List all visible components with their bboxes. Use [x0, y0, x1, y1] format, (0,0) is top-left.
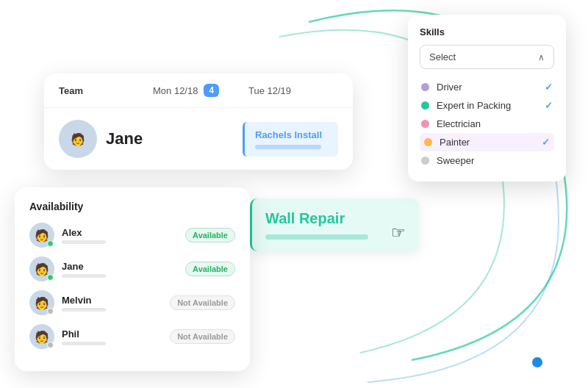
avatar-alex: 🧑: [29, 223, 54, 248]
avatar-jane-icon: 🧑: [71, 132, 85, 146]
skill-name-electrician: Electrician: [437, 118, 553, 129]
skill-dot-electrician: [421, 120, 429, 128]
status-dot-alex: [47, 240, 54, 247]
date2-column-header: Tue 12/19: [248, 85, 338, 96]
skills-select-label: Select: [429, 51, 456, 62]
skill-dot-driver: [421, 83, 429, 91]
skill-check-painter: ✓: [542, 137, 550, 148]
avail-name-alex: Alex: [62, 227, 178, 238]
skill-name-expert-packing: Expert in Packing: [437, 100, 537, 111]
availability-card: Availability 🧑 Alex Available 🧑 Jane Ava…: [15, 187, 250, 371]
blue-dot-decoration: [532, 357, 542, 367]
task-rachels-install: Rachels Install: [243, 122, 338, 157]
list-item: 🧑 Melvin Not Available: [29, 290, 235, 315]
wall-repair-card: Wall Repair ☞: [250, 198, 419, 251]
avail-bar-phil: [62, 342, 106, 345]
skill-name-driver: Driver: [437, 82, 537, 93]
person-name-jane: Jane: [106, 129, 143, 148]
availability-title: Availability: [29, 201, 235, 212]
list-item: 🧑 Alex Available: [29, 223, 235, 248]
skill-item-driver[interactable]: Driver ✓: [420, 78, 554, 96]
status-dot-jane: [47, 274, 54, 281]
skill-name-painter: Painter: [440, 137, 534, 148]
wall-repair-bar: [265, 234, 368, 240]
list-item: 🧑 Phil Not Available: [29, 324, 235, 349]
schedule-card: Team Mon 12/18 4 Tue 12/19 🧑 Jane Rachel…: [44, 73, 353, 170]
avail-bar-alex: [62, 240, 106, 244]
skills-card: Skills Select ∧ Driver ✓ Expert in Packi…: [408, 15, 566, 182]
status-dot-melvin: [47, 308, 54, 315]
status-badge-melvin: Not Available: [170, 295, 235, 310]
status-badge-phil: Not Available: [170, 329, 235, 344]
skills-title: Skills: [420, 26, 554, 37]
status-badge-alex: Available: [185, 228, 235, 242]
avail-name-jane: Jane: [62, 261, 178, 272]
avail-name-melvin: Melvin: [62, 295, 162, 306]
date-badge: 4: [204, 84, 219, 97]
skill-dot-sweeper: [421, 157, 429, 165]
skill-dot-expert-packing: [421, 101, 429, 109]
avatar-jane: 🧑: [29, 256, 54, 281]
list-item: 🧑 Jane Available: [29, 256, 235, 281]
avatar-melvin: 🧑: [29, 290, 54, 315]
avail-bar-jane: [62, 274, 106, 278]
task-label: Rachels Install: [255, 129, 328, 140]
wall-repair-label: Wall Repair: [265, 210, 406, 227]
skill-item-expert-packing[interactable]: Expert in Packing ✓: [420, 96, 554, 115]
cursor-icon: ☞: [391, 223, 406, 242]
status-dot-phil: [47, 342, 54, 348]
avatar-jane: 🧑: [59, 120, 97, 158]
skill-name-sweeper: Sweeper: [437, 155, 553, 166]
date1-column-header: Mon 12/18 4: [153, 84, 243, 97]
chevron-up-icon: ∧: [538, 52, 545, 62]
schedule-row-jane: 🧑 Jane Rachels Install: [59, 120, 338, 158]
task-bar: [255, 145, 321, 149]
skill-item-painter[interactable]: Painter ✓: [420, 133, 554, 151]
skill-check-driver: ✓: [545, 82, 553, 93]
schedule-header: Team Mon 12/18 4 Tue 12/19: [44, 73, 353, 108]
skills-select-dropdown[interactable]: Select ∧: [420, 45, 554, 69]
avatar-phil: 🧑: [29, 324, 54, 349]
schedule-body: 🧑 Jane Rachels Install: [44, 108, 353, 170]
avail-bar-melvin: [62, 308, 106, 312]
skill-item-sweeper[interactable]: Sweeper: [420, 151, 554, 170]
skill-dot-painter: [424, 138, 432, 146]
status-badge-jane: Available: [185, 262, 235, 276]
skill-check-expert-packing: ✓: [545, 100, 553, 111]
skill-item-electrician[interactable]: Electrician: [420, 115, 554, 133]
avail-name-phil: Phil: [62, 328, 162, 340]
team-column-header: Team: [59, 85, 147, 96]
